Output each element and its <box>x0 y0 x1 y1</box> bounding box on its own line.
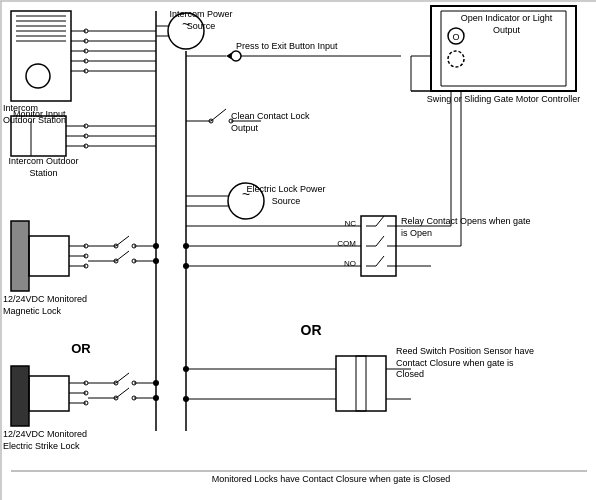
com-label-1: COM <box>331 239 356 249</box>
svg-rect-72 <box>11 366 29 426</box>
electric-strike-label: 12/24VDC Monitored Electric Strike Lock <box>3 429 103 452</box>
svg-point-130 <box>183 263 189 269</box>
svg-rect-0 <box>1 1 596 500</box>
relay-contact-label: Relay Contact Opens when gate is Open <box>401 216 531 239</box>
svg-point-131 <box>153 380 159 386</box>
clean-contact-label: Clean Contact Lock Output <box>231 111 331 134</box>
svg-point-129 <box>183 243 189 249</box>
monitored-locks-note: Monitored Locks have Contact Closure whe… <box>171 474 491 486</box>
or-label-top: OR <box>56 341 106 358</box>
electric-lock-power-label: Electric Lock Power Source <box>241 184 331 207</box>
or-label-bottom: OR <box>281 321 341 339</box>
open-indicator-label: Open Indicator or Light Output <box>448 13 565 36</box>
svg-point-134 <box>183 396 189 402</box>
svg-rect-54 <box>11 221 29 291</box>
svg-point-133 <box>183 366 189 372</box>
gate-motor-label: Swing or Sliding Gate Motor Controller <box>426 94 581 106</box>
intercom-outdoor-station-label: Intercom Outdoor Station <box>3 103 73 126</box>
reed-switch-label: Reed Switch Position Sensor have Contact… <box>396 346 536 381</box>
intercom-power-source-label: Intercom Power Source <box>161 9 241 32</box>
svg-point-128 <box>153 258 159 264</box>
nc-label-1: NC <box>331 219 356 229</box>
svg-point-132 <box>153 395 159 401</box>
diagram-container: ~ ~ <box>0 0 596 500</box>
press-to-exit-label: Press to Exit Button Input <box>236 41 376 53</box>
no-label-1: NO <box>331 259 356 269</box>
svg-point-127 <box>153 243 159 249</box>
magnetic-lock-label: 12/24VDC Monitored Magnetic Lock <box>3 294 93 317</box>
intercom-outdoor-label: Intercom OutdoorStation <box>6 156 81 179</box>
